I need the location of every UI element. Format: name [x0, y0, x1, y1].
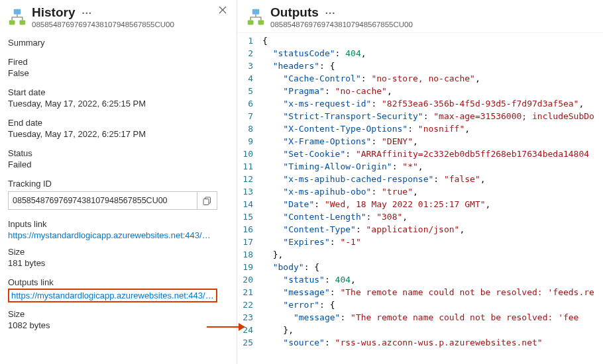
json-editor[interactable]: 1234567891011121314151617181920212223242…: [237, 32, 603, 364]
outputs-link-label: Outputs link: [8, 277, 227, 287]
history-panel: History ··· 0858548769769743810794856785…: [0, 0, 237, 364]
status-label: Status: [8, 148, 227, 158]
svg-rect-1: [9, 20, 15, 24]
svg-rect-7: [252, 9, 260, 15]
status-value: Failed: [8, 159, 227, 169]
inputs-link[interactable]: https://mystandardlogicapp.azurewebsites…: [8, 230, 213, 240]
fired-value: False: [8, 68, 227, 78]
history-run-id: 08585487697697438107948567855CU00: [32, 21, 227, 28]
end-date-value: Tuesday, May 17, 2022, 6:25:17 PM: [8, 129, 227, 139]
copy-button[interactable]: [197, 192, 217, 209]
inputs-size-label: Size: [8, 247, 227, 257]
end-date-label: End date: [8, 118, 227, 128]
inputs-size-value: 181 bytes: [8, 258, 227, 268]
outputs-link[interactable]: https://mystandardlogicapp.azurewebsites…: [11, 291, 214, 300]
history-title: History: [32, 5, 75, 20]
logicapp-icon: [8, 8, 27, 26]
svg-rect-2: [20, 20, 26, 24]
fired-label: Fired: [8, 57, 227, 67]
start-date-value: Tuesday, May 17, 2022, 6:25:15 PM: [8, 99, 227, 109]
outputs-title: Outputs: [270, 5, 319, 20]
tracking-id-label: Tracking ID: [8, 179, 227, 189]
tracking-id-field: [8, 191, 217, 210]
more-menu-icon[interactable]: ···: [325, 8, 336, 18]
svg-rect-8: [248, 20, 254, 24]
annotation-arrow-icon: [207, 320, 247, 334]
outputs-link-highlight: https://mystandardlogicapp.azurewebsites…: [8, 289, 217, 302]
start-date-label: Start date: [8, 87, 227, 97]
svg-rect-4: [203, 199, 209, 205]
svg-rect-9: [258, 20, 264, 24]
editor-gutter: 1234567891011121314151617181920212223242…: [237, 33, 262, 364]
outputs-size-label: Size: [8, 309, 227, 319]
close-button[interactable]: [215, 3, 230, 17]
summary-heading: Summary: [8, 38, 227, 48]
outputs-run-id: 08585487697697438107948567855CU00: [270, 21, 594, 28]
svg-rect-0: [14, 9, 21, 15]
editor-code[interactable]: { "statusCode": 404, "headers": { "Cache…: [262, 33, 594, 364]
more-menu-icon[interactable]: ···: [82, 8, 92, 18]
outputs-panel: Outputs ··· 0858548769769743810794856785…: [237, 0, 603, 364]
outputs-size-value: 1082 bytes: [8, 320, 227, 330]
svg-marker-6: [239, 323, 245, 331]
inputs-link-label: Inputs link: [8, 219, 227, 229]
tracking-id-input[interactable]: [9, 196, 197, 205]
logicapp-icon: [247, 8, 265, 26]
